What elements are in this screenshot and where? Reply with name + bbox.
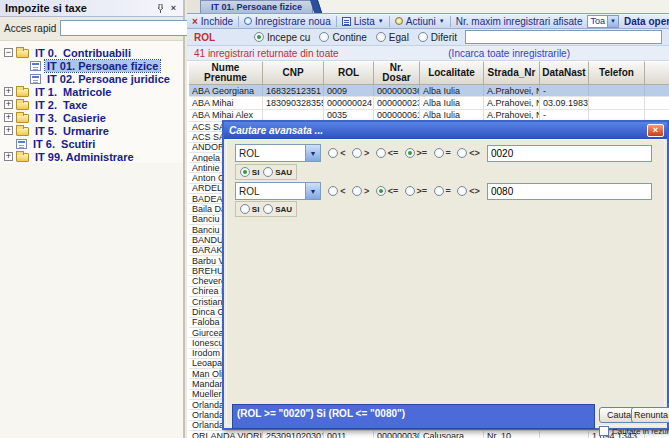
tree-item-1[interactable]: IT 01. Persoane fizice (0, 59, 183, 72)
filter-option-diferit[interactable]: Diferit (418, 32, 457, 43)
radio-icon[interactable] (263, 204, 273, 214)
radio-icon[interactable] (405, 186, 415, 196)
tree-item-4[interactable]: +IT 2. Taxe (0, 98, 183, 111)
quick-access-input[interactable] (60, 20, 198, 36)
cancel-button[interactable]: Renunta (631, 407, 669, 423)
tree-expander-icon[interactable]: + (4, 100, 13, 109)
actions-menu-button[interactable]: Actiuni ▼ (395, 16, 445, 27)
join-option-label: SAU (275, 205, 292, 214)
max-records-select[interactable]: Toa ▼ (587, 15, 619, 28)
search-in-result-checkbox[interactable]: Cautare in rezultat (599, 426, 669, 436)
radio-icon[interactable] (405, 148, 415, 158)
operator-option[interactable]: >= (405, 186, 428, 196)
join-option-si[interactable]: SI (240, 167, 260, 177)
radio-icon[interactable] (352, 148, 362, 158)
tree-expander-icon[interactable]: + (4, 126, 13, 135)
radio-icon[interactable] (263, 167, 273, 177)
dialog-titlebar[interactable]: Cautare avansata ... × (224, 122, 667, 139)
operator-option[interactable]: <= (376, 148, 399, 158)
tree-expander-icon[interactable]: − (4, 48, 13, 57)
radio-icon[interactable] (434, 148, 444, 158)
quick-access-row: Acces rapid (0, 17, 183, 41)
radio-icon[interactable] (352, 186, 362, 196)
radio-icon[interactable] (240, 204, 250, 214)
form-icon (30, 61, 41, 71)
chevron-down-icon[interactable]: ▼ (607, 16, 618, 27)
toolbar-separator (389, 16, 390, 27)
radio-icon[interactable] (328, 148, 338, 158)
table-row[interactable]: ORLANDA VIORICA2530910203011001100000003… (189, 431, 669, 438)
radio-icon[interactable] (328, 186, 338, 196)
join-option-sau[interactable]: SAU (263, 204, 292, 214)
column-header-5[interactable]: Strada_Nr (484, 61, 540, 85)
radio-icon[interactable] (418, 32, 428, 42)
tree-item-3[interactable]: +IT 1. Matricole (0, 85, 183, 98)
column-header-3[interactable]: Nr. Dosar (374, 61, 420, 85)
tree-item-8[interactable]: +IT 99. Administrare (0, 150, 183, 163)
tab-persoane-fizice[interactable]: IT 01. Persoane fizice (200, 0, 313, 13)
load-all-link[interactable]: (Incarca toate inregistrarile) (448, 48, 662, 59)
table-cell: 000000023 (374, 97, 420, 108)
field-select[interactable]: ROL▼ (235, 182, 321, 200)
filter-option-egal[interactable]: Egal (376, 32, 409, 43)
sidebar-close-icon[interactable]: × (167, 2, 180, 15)
operator-option[interactable]: <= (376, 186, 399, 196)
tree-expander-icon[interactable]: + (4, 87, 13, 96)
tree-item-0[interactable]: −IT 0. Contribuabili (0, 46, 183, 59)
join-option-sau[interactable]: SAU (263, 167, 292, 177)
chevron-down-icon[interactable]: ▼ (305, 183, 320, 199)
column-header-2[interactable]: ROL (324, 61, 374, 85)
table-cell (589, 97, 645, 108)
tree-item-2[interactable]: IT 02. Persoane juridice (0, 72, 183, 85)
column-header-4[interactable]: Localitate (420, 61, 484, 85)
tree-item-5[interactable]: +IT 3. Casierie (0, 111, 183, 124)
operator-option[interactable]: >= (405, 148, 428, 158)
radio-icon[interactable] (254, 32, 264, 42)
tree-item-7[interactable]: IT 6. Scutiri (0, 137, 183, 150)
radio-icon[interactable] (376, 148, 386, 158)
column-header-1[interactable]: CNP (263, 61, 324, 85)
condition-value-input[interactable] (487, 183, 652, 200)
operator-option[interactable]: = (434, 148, 451, 158)
column-header-6[interactable]: DataNast (540, 61, 589, 85)
operator-option[interactable]: > (352, 148, 369, 158)
field-select[interactable]: ROL▼ (235, 144, 321, 162)
list-menu-button[interactable]: Lista ▼ (342, 16, 384, 27)
tree-expander-icon[interactable]: + (4, 152, 13, 161)
filter-option-incepe-cu[interactable]: Incepe cu (254, 32, 310, 43)
close-button[interactable]: × Inchide (192, 16, 233, 27)
radio-icon[interactable] (376, 32, 386, 42)
column-header-7[interactable]: Telefon (589, 61, 645, 85)
operator-option[interactable]: < (328, 148, 345, 158)
chevron-down-icon[interactable]: ▼ (305, 145, 320, 161)
filter-value-input[interactable] (465, 30, 662, 44)
radio-icon[interactable] (457, 148, 467, 158)
condition-value-input[interactable] (487, 145, 652, 162)
radio-icon[interactable] (457, 186, 467, 196)
radio-icon[interactable] (319, 32, 329, 42)
operator-option[interactable]: <> (457, 186, 480, 196)
filter-row: ROL Incepe cuContineEgalDiferit (187, 29, 669, 46)
radio-icon[interactable] (376, 186, 386, 196)
new-record-button[interactable]: Inregistrare noua (244, 16, 331, 27)
table-row[interactable]: ABA Mihai1830903283553000000024000000023… (189, 97, 669, 109)
data-oper-label: Data oper (624, 16, 669, 27)
filter-option-contine[interactable]: Contine (319, 32, 366, 43)
operator-option[interactable]: = (434, 186, 451, 196)
tree-item-6[interactable]: +IT 5. Urmarire (0, 124, 183, 137)
operator-option[interactable]: > (352, 186, 369, 196)
table-cell (540, 431, 589, 438)
operator-option[interactable]: < (328, 186, 345, 196)
table-cell: Alba Iulia (420, 85, 484, 96)
navigation-tree: −IT 0. ContribuabiliIT 01. Persoane fizi… (0, 41, 183, 163)
join-option-si[interactable]: SI (240, 204, 260, 214)
dialog-close-icon[interactable]: × (647, 124, 664, 137)
tree-expander-icon[interactable]: + (4, 113, 13, 122)
operator-option[interactable]: <> (457, 148, 480, 158)
radio-icon[interactable] (434, 186, 444, 196)
checkbox-icon[interactable] (599, 426, 609, 436)
radio-icon[interactable] (240, 167, 250, 177)
pin-icon[interactable] (154, 2, 167, 15)
column-header-0[interactable]: Nume Prenume (189, 61, 263, 85)
table-row[interactable]: ABA Georgiana168325123510009000000036Alb… (189, 85, 669, 97)
